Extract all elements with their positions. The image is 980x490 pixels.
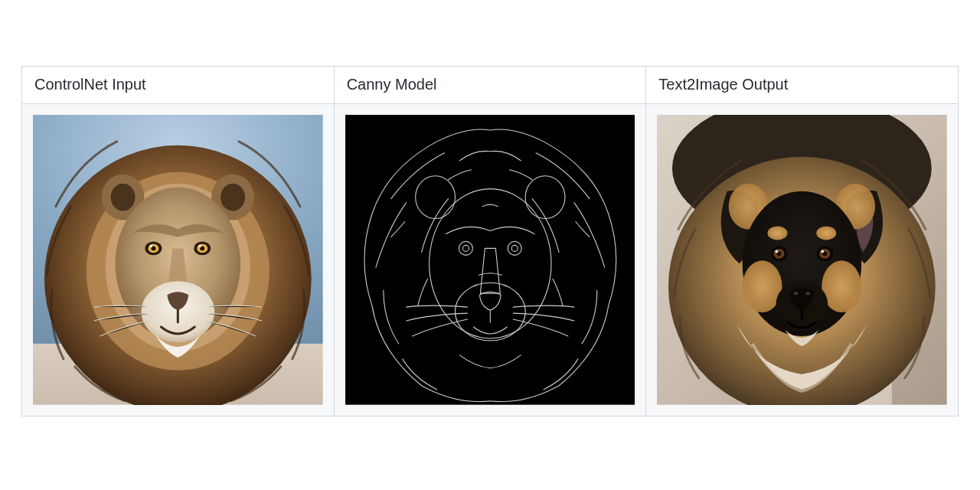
svg-point-49 bbox=[806, 292, 811, 295]
svg-point-17 bbox=[198, 245, 201, 248]
svg-rect-19 bbox=[345, 115, 635, 405]
svg-point-35 bbox=[768, 226, 788, 240]
cell-controlnet-input bbox=[22, 104, 335, 416]
dog-output-photo bbox=[657, 115, 947, 405]
cell-canny-model bbox=[334, 104, 646, 416]
cell-text2image-output bbox=[646, 104, 959, 416]
svg-point-8 bbox=[220, 184, 245, 211]
svg-point-13 bbox=[150, 245, 153, 248]
svg-point-42 bbox=[776, 250, 779, 253]
canny-edge-map bbox=[345, 115, 635, 405]
col-header-input: ControlNet Input bbox=[22, 67, 335, 104]
col-header-canny: Canny Model bbox=[334, 67, 646, 104]
lion-photo bbox=[33, 115, 323, 405]
comparison-table: ControlNet Input Canny Model Text2Image … bbox=[21, 66, 959, 416]
col-header-output: Text2Image Output bbox=[646, 67, 959, 104]
table-header-row: ControlNet Input Canny Model Text2Image … bbox=[22, 67, 959, 104]
svg-point-6 bbox=[111, 184, 136, 211]
svg-point-36 bbox=[817, 226, 837, 240]
table-row bbox=[22, 104, 959, 416]
svg-point-48 bbox=[794, 292, 799, 295]
svg-point-46 bbox=[822, 250, 825, 253]
